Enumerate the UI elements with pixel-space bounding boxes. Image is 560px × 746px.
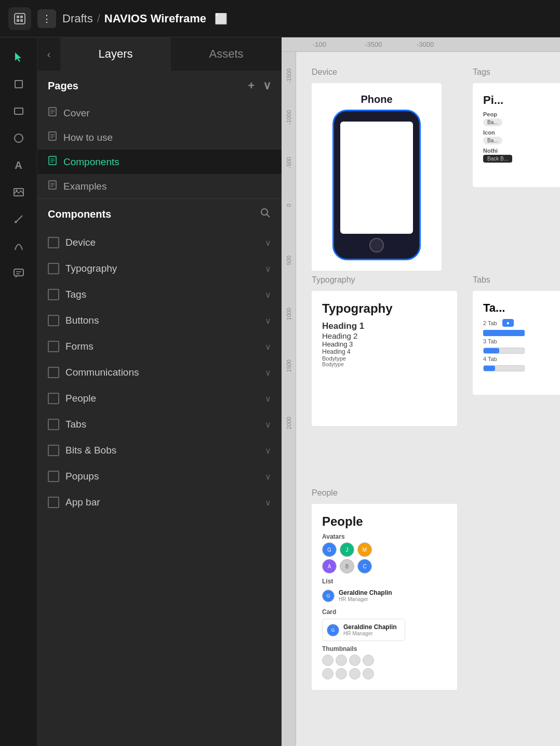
page-icon (48, 180, 57, 192)
add-page-button[interactable]: + (248, 79, 255, 92)
text-tool[interactable]: A (7, 154, 30, 177)
tab-3-row: 3 Tab (483, 338, 556, 344)
frame-tool[interactable] (7, 73, 30, 96)
ruler-mark-v-500: -500 (286, 157, 292, 168)
layers-tab[interactable]: Layers (60, 37, 171, 71)
forms-label: Forms (65, 341, 94, 352)
frame-icon (48, 393, 59, 404)
avatar-1: G (322, 542, 337, 557)
people-comp-item[interactable]: People ∨ (37, 385, 282, 411)
examples-page-label: Examples (63, 181, 106, 192)
image-tool[interactable] (7, 181, 30, 204)
tab-4-label: 4 Tab (483, 356, 497, 362)
frame-icon (48, 419, 59, 430)
svg-marker-5 (15, 52, 21, 62)
tabs-title: Ta... (483, 301, 556, 315)
frame-icon (48, 471, 59, 482)
chevron-down-icon: ∨ (265, 316, 271, 326)
popups-comp-item[interactable]: Popups ∨ (37, 463, 282, 489)
search-icon[interactable] (260, 207, 271, 221)
tags-comp-item[interactable]: Tags ∨ (37, 282, 282, 308)
chevron-down-icon: ∨ (265, 368, 271, 378)
avatar-3: M (357, 542, 372, 557)
thumbnails-label: Thumbnails (322, 645, 447, 652)
cover-page-item[interactable]: Cover (37, 101, 282, 125)
tab-2-pill: ● (502, 319, 514, 327)
people-canvas-frame: People Avatars G J M A B C List G (312, 504, 457, 690)
tags-canvas-frame: Pi... Peop Ba... Icon Ba... Nothi Back B… (473, 83, 560, 187)
chevron-down-icon: ∨ (265, 394, 271, 404)
phone-device-wrapper (322, 110, 431, 260)
svg-rect-3 (17, 19, 19, 22)
app-bar-label: App bar (65, 497, 100, 508)
typo-small: Bodytype (322, 362, 447, 367)
tag-section-nothi: Nothi (483, 148, 556, 154)
tags-frame-group: Tags Pi... Peop Ba... Icon Ba... Nothi B… (473, 68, 560, 187)
vector-tool[interactable] (7, 235, 30, 258)
tabs-partial-label: Tabs (473, 275, 560, 285)
buttons-comp-item[interactable]: Buttons ∨ (37, 308, 282, 334)
page-title: NAVIOS Wireframe (104, 12, 206, 25)
chevron-down-icon: ∨ (265, 472, 271, 482)
left-toolbar: A (0, 37, 37, 746)
svg-rect-2 (20, 16, 23, 18)
pen-tool[interactable] (7, 208, 30, 231)
bits-bobs-comp-item[interactable]: Bits & Bobs ∨ (37, 437, 282, 463)
app-bar-comp-item[interactable]: App bar ∨ (37, 489, 282, 515)
ruler-mark-3500: -3500 (365, 41, 382, 48)
menu-button[interactable]: ⋮ (37, 9, 56, 28)
canvas-area[interactable]: -100 -3500 -3000 -1500 -1000 -500 0 500 … (282, 37, 560, 746)
tab-4-row: 4 Tab (483, 356, 556, 362)
rectangle-tool[interactable] (7, 100, 30, 123)
typography-label: Typography (65, 263, 117, 274)
typography-comp-item[interactable]: Typography ∨ (37, 256, 282, 282)
phone-title: Phone (322, 94, 431, 105)
components-section: Components Device ∨ Typogra (37, 199, 282, 746)
tabs-label: Tabs (65, 419, 86, 430)
page-type-icon: ⬜ (215, 12, 228, 25)
back-button[interactable]: ‹ (37, 37, 60, 71)
chevron-down-icon: ∨ (265, 238, 271, 248)
components-page-label: Components (63, 156, 119, 168)
thumb-7 (349, 668, 361, 680)
tab-4-active (484, 366, 495, 371)
cursor-tool[interactable] (7, 46, 30, 69)
canvas-content: Device Phone Tags Pi... (296, 52, 560, 746)
thumb-1 (322, 655, 334, 666)
typo-body: Bodytype (322, 355, 447, 362)
person-list-item: G Geraldine Chaplin HR Manager (322, 587, 447, 604)
page-icon (48, 107, 57, 119)
examples-page-item[interactable]: Examples (37, 174, 282, 198)
tab-3-indicator (483, 348, 525, 354)
app-logo[interactable] (8, 7, 31, 30)
drafts-link[interactable]: Drafts (62, 12, 93, 25)
tabs-comp-item[interactable]: Tabs ∨ (37, 411, 282, 437)
thumb-2 (336, 655, 347, 666)
typo-h1: Heading 1 (322, 321, 447, 331)
typo-main-title: Typography (322, 301, 447, 316)
panel-tabs: ‹ Layers Assets (37, 37, 282, 71)
ruler-mark-v-1500: -1500 (286, 69, 292, 83)
assets-tab[interactable]: Assets (171, 37, 282, 71)
frame-icon (48, 367, 59, 378)
components-page-item[interactable]: Components (37, 150, 282, 174)
ruler-mark-v-2000: 2000 (286, 417, 292, 429)
forms-comp-item[interactable]: Forms ∨ (37, 334, 282, 359)
avatar-5: B (340, 559, 354, 574)
how-to-use-page-item[interactable]: How to use (37, 125, 282, 150)
comment-tool[interactable] (7, 262, 30, 285)
communications-comp-item[interactable]: Communications ∨ (37, 359, 282, 385)
svg-rect-7 (15, 108, 23, 114)
communications-label: Communications (65, 367, 139, 378)
collapse-pages-button[interactable]: ∨ (263, 79, 271, 92)
popups-label: Popups (65, 471, 99, 482)
svg-rect-12 (14, 269, 23, 276)
chevron-down-icon: ∨ (265, 498, 271, 508)
tab-2-row: 2 Tab ● (483, 319, 556, 327)
svg-rect-1 (17, 16, 19, 18)
chevron-down-icon: ∨ (265, 446, 271, 456)
device-comp-item[interactable]: Device ∨ (37, 230, 282, 256)
chevron-down-icon: ∨ (265, 290, 271, 300)
ellipse-tool[interactable] (7, 127, 30, 150)
tag-item: Back B... (483, 155, 512, 163)
